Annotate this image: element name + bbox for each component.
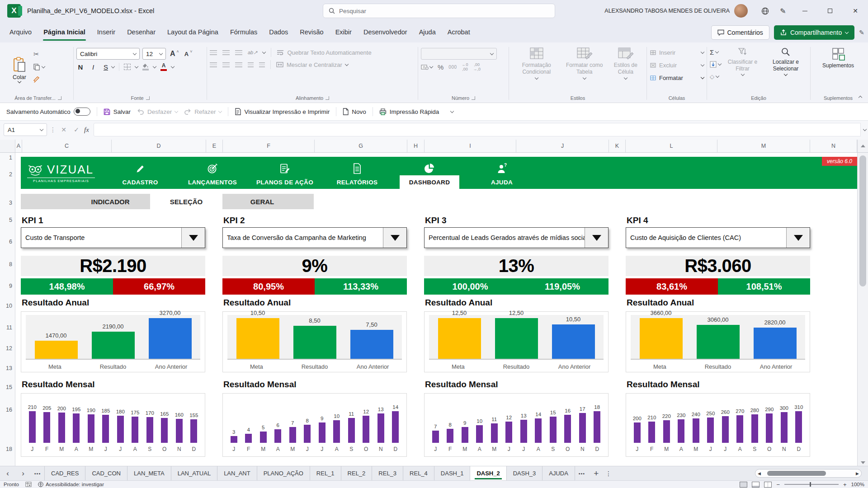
- sheet-tab-lan-ant[interactable]: LAN_ANT: [217, 466, 257, 480]
- column-header-D[interactable]: D: [112, 140, 206, 152]
- row-header-5[interactable]: 5: [9, 217, 12, 223]
- underline-button[interactable]: S: [102, 63, 110, 71]
- align-right-button[interactable]: [235, 62, 242, 67]
- dashboard-nav-relat-rios[interactable]: RELATÓRIOS: [321, 157, 393, 189]
- row-header-11[interactable]: 11: [6, 324, 12, 331]
- normal-view-icon[interactable]: [740, 482, 747, 488]
- row-header-18[interactable]: 18: [6, 446, 12, 452]
- decrease-indent-button[interactable]: [248, 62, 254, 67]
- column-header-E[interactable]: E: [206, 140, 223, 152]
- bold-button[interactable]: N: [76, 63, 85, 71]
- pen-icon[interactable]: ✎: [774, 0, 792, 22]
- row-header-2[interactable]: 2: [9, 171, 12, 178]
- column-header-G[interactable]: G: [315, 140, 407, 152]
- kpi-selector-dropdown[interactable]: Taxa de Conversão da Campanha de Marketi…: [222, 227, 407, 248]
- align-left-button[interactable]: [210, 62, 217, 67]
- insert-cells-button[interactable]: Inserir: [650, 47, 704, 58]
- insert-function-button[interactable]: fx: [84, 126, 89, 134]
- row-header-12[interactable]: 12: [6, 345, 12, 352]
- sheet-list-right-icon[interactable]: •••: [575, 466, 589, 480]
- comments-button[interactable]: Comentários: [711, 25, 769, 40]
- column-header-L[interactable]: L: [626, 140, 717, 152]
- increase-indent-button[interactable]: [259, 62, 265, 67]
- redo-button[interactable]: Refazer: [184, 108, 222, 115]
- decrease-decimal-button[interactable]: ,00→,0: [473, 63, 481, 72]
- ribbon-tab-desenvolvedor[interactable]: Desenvolvedor: [358, 22, 413, 42]
- row-header-13[interactable]: 13: [6, 365, 12, 371]
- sort-filter-button[interactable]: Classificar e Filtrar: [724, 46, 761, 94]
- formula-input[interactable]: [94, 123, 861, 136]
- dialog-launcher-icon[interactable]: [326, 96, 329, 100]
- sheet-tab-lan-atual[interactable]: LAN_ATUAL: [171, 466, 217, 480]
- quick-print-button[interactable]: Impressão Rápida: [379, 108, 439, 115]
- row-header-15[interactable]: 15: [6, 384, 12, 390]
- dropdown-button[interactable]: [585, 228, 608, 248]
- copy-button[interactable]: [33, 62, 45, 71]
- column-header-I[interactable]: I: [425, 140, 516, 152]
- new-file-button[interactable]: Novo: [343, 108, 366, 115]
- sheet-tab-dash-2[interactable]: DASH_2: [470, 466, 506, 480]
- minimize-button[interactable]: [792, 0, 817, 22]
- ribbon-tab-dados[interactable]: Dados: [263, 22, 294, 42]
- column-header-N[interactable]: N: [810, 140, 857, 152]
- clear-button[interactable]: ◇: [710, 71, 721, 81]
- ribbon-tab-acrobat[interactable]: Acrobat: [442, 22, 476, 42]
- font-color-button[interactable]: A: [160, 63, 167, 71]
- wrap-text-button[interactable]: Quebrar Texto Automaticamente: [277, 49, 371, 56]
- row-header-8[interactable]: 8: [9, 261, 12, 267]
- ribbon-tab-arquivo[interactable]: Arquivo: [4, 22, 38, 42]
- sheet-prev-icon[interactable]: ‹: [0, 466, 15, 480]
- ribbon-tab-revis-o[interactable]: Revisão: [294, 22, 329, 42]
- kpi-selector-dropdown[interactable]: Percentual de Leads Gerados através de m…: [424, 227, 609, 248]
- vertical-scroll-thumb[interactable]: [859, 155, 866, 286]
- sheet-next-icon[interactable]: ›: [15, 466, 31, 480]
- dropdown-button[interactable]: [383, 228, 406, 248]
- fill-button[interactable]: [710, 59, 721, 69]
- horizontal-scroll-thumb[interactable]: [767, 471, 826, 476]
- scroll-right-icon[interactable]: ▶: [856, 471, 859, 476]
- dialog-launcher-icon[interactable]: [146, 96, 150, 100]
- network-globe-icon[interactable]: [756, 0, 774, 22]
- page-break-view-icon[interactable]: [764, 482, 772, 488]
- scroll-down-icon[interactable]: [858, 461, 868, 464]
- row-header-1[interactable]: 1: [9, 155, 12, 161]
- accounting-format-button[interactable]: [421, 65, 433, 70]
- dashboard-nav-ajuda[interactable]: ?AJUDA: [466, 157, 538, 189]
- ribbon-tab-exibir[interactable]: Exibir: [330, 22, 358, 42]
- dashboard-nav-lan-amentos[interactable]: LANÇAMENTOS: [176, 157, 249, 189]
- scroll-up-icon[interactable]: [857, 140, 868, 152]
- increase-decimal-button[interactable]: ←0,00: [462, 63, 468, 72]
- fill-color-button[interactable]: [142, 63, 149, 70]
- borders-button[interactable]: [124, 64, 131, 70]
- sheetbar-menu-icon[interactable]: ⋮: [604, 466, 613, 480]
- sheet-tab-ajuda[interactable]: AJUDA: [542, 466, 575, 480]
- sheet-tab-rel-3[interactable]: REL_3: [372, 466, 403, 480]
- orientation-button[interactable]: ab↗: [248, 50, 257, 56]
- conditional-formatting-button[interactable]: Formatação Condicional: [512, 46, 561, 94]
- zoom-level[interactable]: 100%: [851, 482, 864, 487]
- cut-button[interactable]: ✂: [33, 50, 45, 59]
- share-button[interactable]: Compartilhamento: [774, 25, 854, 40]
- save-button[interactable]: Salvar: [104, 108, 131, 115]
- zoom-in-icon[interactable]: +: [843, 481, 847, 488]
- sheet-tab-plano-a-o[interactable]: PLANO_AÇÃO: [257, 466, 310, 480]
- comma-style-button[interactable]: 000: [448, 65, 457, 70]
- row-header-3[interactable]: 3: [9, 200, 12, 206]
- cell-styles-button[interactable]: Estilos de Célula: [608, 46, 644, 94]
- maximize-button[interactable]: [817, 0, 843, 22]
- sheet-tab-lan-meta[interactable]: LAN_META: [127, 466, 171, 480]
- font-size-select[interactable]: 12: [142, 48, 166, 60]
- macro-record-icon[interactable]: [25, 482, 32, 487]
- column-header-M[interactable]: M: [717, 140, 810, 152]
- row-header-16[interactable]: 16: [6, 407, 12, 413]
- cancel-entry-icon[interactable]: ✕: [59, 126, 69, 133]
- accessibility-status[interactable]: Acessibilidade: investigar: [38, 482, 104, 487]
- add-sheet-button[interactable]: +: [589, 466, 604, 480]
- column-header-K[interactable]: K: [609, 140, 626, 152]
- column-header-H[interactable]: H: [407, 140, 425, 152]
- find-select-button[interactable]: Localizar e Selecionar: [764, 46, 807, 94]
- page-layout-view-icon[interactable]: [752, 482, 760, 488]
- expand-formula-bar-icon[interactable]: [863, 127, 867, 131]
- dropdown-button[interactable]: [181, 228, 205, 248]
- row-header-10[interactable]: 10: [6, 303, 12, 309]
